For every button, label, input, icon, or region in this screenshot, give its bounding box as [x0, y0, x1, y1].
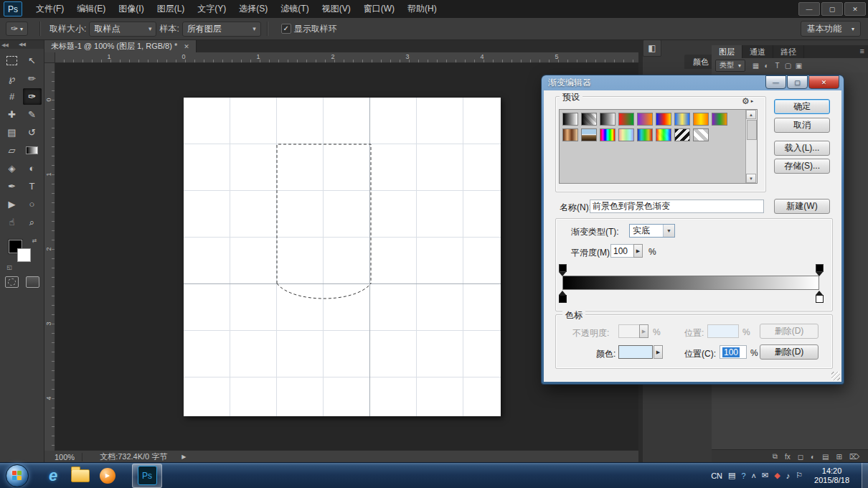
- rectangular-marquee-tool[interactable]: [3, 52, 22, 69]
- menu-item[interactable]: 选择(S): [232, 0, 274, 18]
- menu-item[interactable]: 帮助(H): [401, 0, 443, 18]
- photoshop-taskbar-button[interactable]: Ps: [132, 464, 162, 488]
- gradient-preset[interactable]: [562, 128, 578, 141]
- gradient-preset[interactable]: [656, 128, 671, 141]
- media-player-button[interactable]: ▶: [95, 464, 121, 487]
- gradient-type-dropdown[interactable]: 实底 ▼: [629, 224, 675, 238]
- gradient-preset[interactable]: [674, 113, 690, 126]
- tool-preset-picker[interactable]: ✑ ▾: [6, 22, 28, 36]
- layer-filter-dropdown[interactable]: 类型 ▾: [715, 60, 745, 72]
- delete-color-stop-button[interactable]: 删除(D): [760, 344, 819, 360]
- load-button[interactable]: 载入(L)...: [774, 141, 830, 156]
- brush-tool[interactable]: ✎: [23, 106, 42, 123]
- taskbar-clock[interactable]: 14:20 2015/8/18: [814, 466, 849, 485]
- internet-explorer-button[interactable]: e: [40, 464, 66, 487]
- swap-colors-icon[interactable]: ⇄: [32, 238, 37, 244]
- vertical-ruler[interactable]: 01234: [44, 62, 55, 451]
- show-sampling-ring-checkbox[interactable]: ✓: [281, 24, 291, 34]
- document-page[interactable]: [184, 98, 501, 416]
- collapse-left-icon[interactable]: ◀◀: [1, 42, 8, 48]
- panel-tab[interactable]: 图层: [712, 45, 742, 58]
- eyedropper-tool[interactable]: ✑: [23, 88, 42, 105]
- layer-group-icon[interactable]: ▤: [822, 453, 829, 461]
- ellipse-tool[interactable]: ○: [23, 196, 42, 212]
- filter-smart-objects-icon[interactable]: ▣: [793, 62, 804, 70]
- save-button[interactable]: 存储(S)...: [774, 159, 830, 174]
- gradient-tool[interactable]: [23, 142, 42, 159]
- color-menu-arrow[interactable]: ▶: [654, 345, 663, 359]
- panel-tab[interactable]: 通道: [742, 45, 773, 58]
- crop-tool[interactable]: #: [3, 88, 22, 105]
- gradient-preset[interactable]: [656, 113, 671, 126]
- filter-type-layers-icon[interactable]: T: [772, 62, 783, 70]
- move-tool[interactable]: ↖: [23, 52, 42, 69]
- gradient-preset[interactable]: [562, 113, 578, 126]
- color-location-input[interactable]: 100: [720, 345, 747, 359]
- menu-item[interactable]: 文件(F): [29, 0, 70, 18]
- menu-item[interactable]: 视图(V): [316, 0, 357, 18]
- quick-mask-button[interactable]: [5, 276, 19, 288]
- dialog-title-bar[interactable]: 渐变编辑器 — ▢ ✕: [544, 75, 841, 90]
- pen-tool[interactable]: ✒: [3, 178, 22, 194]
- dialog-resize-grip[interactable]: [831, 372, 840, 380]
- gradient-preview-bar[interactable]: [562, 276, 819, 290]
- gradient-preset[interactable]: [637, 128, 653, 141]
- language-indicator[interactable]: CN: [711, 471, 722, 480]
- filter-pixel-layers-icon[interactable]: ▦: [750, 62, 761, 70]
- cancel-button[interactable]: 取消: [774, 118, 830, 133]
- collapsed-panel-icon-b[interactable]: ◧: [643, 39, 661, 57]
- gradient-preset[interactable]: [600, 113, 615, 126]
- new-layer-icon[interactable]: ⊞: [836, 453, 841, 461]
- adjustment-layer-icon[interactable]: ◐: [811, 453, 815, 461]
- gradient-preset[interactable]: [618, 113, 634, 126]
- sample-size-dropdown[interactable]: 取样点 ▾: [89, 22, 156, 37]
- gradient-preset[interactable]: [637, 113, 653, 126]
- healing-brush-tool[interactable]: ✚: [3, 106, 22, 123]
- hand-tool[interactable]: ☝: [3, 214, 22, 230]
- clone-stamp-tool[interactable]: ▤: [3, 124, 22, 141]
- maximize-button[interactable]: ▢: [821, 2, 843, 16]
- stop-color-swatch[interactable]: [618, 345, 653, 359]
- menu-item[interactable]: 文字(Y): [191, 0, 232, 18]
- dodge-tool[interactable]: ◐: [23, 160, 42, 177]
- help-icon[interactable]: ?: [741, 471, 745, 480]
- security-icon[interactable]: ◆: [774, 471, 780, 480]
- link-layers-icon[interactable]: ⧉: [773, 452, 778, 461]
- color-stop-left[interactable]: [558, 291, 567, 303]
- eraser-tool[interactable]: ▱: [3, 142, 22, 159]
- history-brush-tool[interactable]: ↺: [23, 124, 42, 141]
- minimize-button[interactable]: —: [798, 2, 820, 16]
- horizontal-ruler[interactable]: 1012345: [55, 52, 638, 63]
- start-button[interactable]: [6, 464, 29, 487]
- gradient-preset[interactable]: [600, 128, 615, 141]
- screen-mode-button[interactable]: [26, 276, 39, 288]
- volume-icon[interactable]: ♪: [786, 471, 791, 480]
- filter-shape-layers-icon[interactable]: ▢: [783, 62, 793, 70]
- file-explorer-button[interactable]: [67, 464, 93, 487]
- scrollbar-thumb[interactable]: [747, 120, 757, 140]
- gradient-preset[interactable]: [712, 113, 727, 126]
- panel-menu-icon[interactable]: ≡: [860, 47, 864, 55]
- show-desktop-button[interactable]: [862, 463, 868, 488]
- close-tab-icon[interactable]: ✕: [184, 43, 189, 50]
- dialog-minimize-button[interactable]: —: [765, 75, 786, 89]
- gradient-name-input[interactable]: 前景色到背景色渐变: [590, 200, 764, 213]
- workspace-switcher[interactable]: 基本功能 ▾: [801, 21, 861, 37]
- dialog-maximize-button[interactable]: ▢: [787, 75, 808, 89]
- network-icon[interactable]: ⚐: [796, 471, 803, 480]
- new-button[interactable]: 新建(W): [774, 199, 830, 214]
- menu-item[interactable]: 图层(L): [151, 0, 192, 18]
- delete-layer-icon[interactable]: ⌦: [849, 453, 859, 461]
- menu-item[interactable]: 窗口(W): [357, 0, 401, 18]
- gradient-preset[interactable]: [581, 128, 597, 141]
- menu-item[interactable]: 编辑(E): [70, 0, 112, 18]
- ok-button[interactable]: 确定: [774, 99, 830, 114]
- blur-tool[interactable]: ◈: [3, 160, 22, 177]
- gradient-preset[interactable]: [674, 128, 690, 141]
- opacity-stop-right[interactable]: [815, 264, 824, 276]
- smoothness-input[interactable]: 100: [610, 244, 634, 258]
- keyboard-icon[interactable]: ▤: [728, 471, 735, 480]
- expand-tray-icon[interactable]: ˄: [752, 471, 756, 480]
- color-stop-right[interactable]: [815, 291, 824, 303]
- presets-scrollbar[interactable]: ▲ ▼: [745, 110, 757, 183]
